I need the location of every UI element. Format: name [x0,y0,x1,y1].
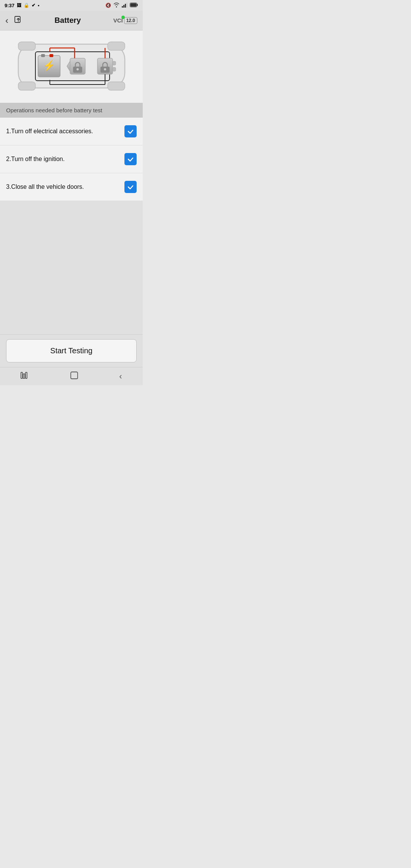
start-testing-button[interactable]: Start Testing [6,339,137,362]
svg-rect-11 [108,82,125,90]
ops-item-1[interactable]: 1.Turn off electrical accessories. [0,118,143,145]
start-testing-container: Start Testing [0,334,143,367]
svg-point-20 [76,68,79,70]
svg-rect-0 [122,6,123,8]
operations-list: 1.Turn off electrical accessories. 2.Tur… [0,118,143,201]
vci-label: VCI [113,17,123,24]
svg-rect-14 [41,54,45,57]
svg-rect-8 [18,42,35,50]
wifi-icon [113,2,120,9]
svg-point-25 [104,68,106,70]
home-button[interactable] [63,369,86,384]
ops-item-1-text: 1.Turn off electrical accessories. [6,128,124,135]
ops-item-3-text: 3.Close all the vehicle doors. [6,183,124,190]
ops-item-3-checkbox[interactable] [124,181,137,193]
image-icon: 🖼 [17,3,21,8]
export-button[interactable] [14,15,22,26]
dot-icon: ● [38,4,40,7]
ops-item-2[interactable]: 2.Turn off the ignition. [0,145,143,173]
svg-rect-2 [125,4,126,8]
status-time: 9:37 [5,3,14,8]
page-title: Battery [22,16,113,25]
svg-rect-15 [49,54,53,57]
svg-rect-36 [71,372,78,379]
empty-area [0,201,143,334]
svg-text:⚡: ⚡ [43,59,56,72]
svg-rect-34 [23,374,25,378]
signal-icon [122,2,128,9]
svg-rect-1 [123,5,124,8]
ops-item-2-text: 2.Turn off the ignition. [6,156,124,163]
svg-rect-5 [131,3,137,6]
svg-rect-9 [108,42,125,50]
ops-item-1-checkbox[interactable] [124,125,137,137]
svg-rect-35 [25,372,27,378]
version-badge: 12.0 [124,17,137,24]
status-bar: 9:37 🖼 🔒 ✔ ● 🔇 [0,0,143,11]
check-icon: ✔ [32,3,35,8]
car-diagram: ⚡ [0,30,143,103]
svg-rect-23 [113,67,116,71]
lock-icon: 🔒 [24,3,29,8]
mute-icon: 🔇 [105,3,111,8]
svg-rect-3 [126,3,127,8]
bottom-nav-bar: ‹ [0,367,143,385]
top-nav: ‹ Battery VCI 12.0 [0,11,143,30]
recents-button[interactable] [13,369,37,384]
ops-item-2-checkbox[interactable] [124,153,137,165]
back-nav-button[interactable]: ‹ [112,369,129,385]
svg-rect-33 [21,372,22,378]
svg-rect-22 [113,61,116,65]
back-button[interactable]: ‹ [5,15,8,26]
operations-header: Operations needed before battery test [0,103,143,118]
svg-rect-10 [18,82,35,90]
battery-icon [130,3,138,8]
ops-item-3[interactable]: 3.Close all the vehicle doors. [0,173,143,201]
